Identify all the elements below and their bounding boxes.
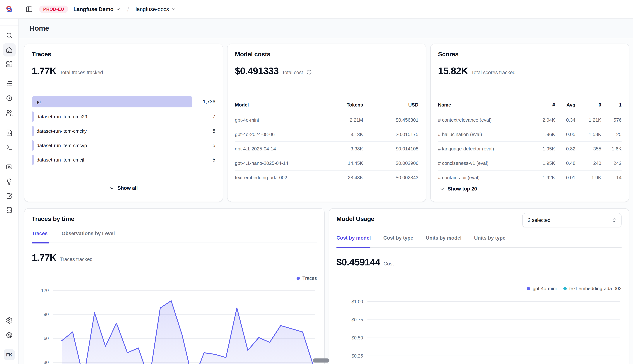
sidebar-item-prompts[interactable] xyxy=(5,128,14,137)
usd: $0.015175 xyxy=(363,132,418,137)
legend-item[interactable]: Traces xyxy=(297,276,317,281)
environment-badge[interactable]: PROD-EU xyxy=(39,6,68,13)
table-row[interactable]: # contains-pii (eval) 1.92K 0.01 1.9K 14 xyxy=(438,170,621,184)
traces-total-label: Total traces tracked xyxy=(60,70,103,76)
column-header[interactable]: # xyxy=(533,102,555,108)
sidebar-item-playground[interactable] xyxy=(5,143,14,152)
page-title: Home xyxy=(30,24,49,32)
bar-value: 5 xyxy=(213,143,215,148)
sidebar-item-dashboards[interactable] xyxy=(5,60,14,69)
column-header[interactable]: Model xyxy=(235,102,308,108)
chart-legend: Traces xyxy=(297,276,317,281)
top-bar: PROD-EU Langfuse Demo / langfuse-docs xyxy=(0,0,633,19)
sidebar-item-evaluation[interactable] xyxy=(5,177,14,186)
table-row[interactable]: # hallucination (eval) 1.96K 0.05 1.58K … xyxy=(438,127,621,142)
model-costs-table: Model Tokens USD gpt-4o-mini 2.21M $0.45… xyxy=(235,100,418,184)
avatar[interactable]: FK xyxy=(4,349,15,360)
tab-observations-by-level[interactable]: Observations by Level xyxy=(62,231,115,236)
sidebar-item-home[interactable] xyxy=(5,46,14,54)
bar xyxy=(32,96,192,108)
model-costs-card: Model costs $0.491333 Total cost Model T… xyxy=(227,44,426,202)
table-row[interactable]: # conciseness-v1 (eval) 1.95K 0.48 240 2… xyxy=(438,156,621,170)
square-percent-icon xyxy=(6,163,13,170)
bar-label: dataset-run-item-cmcjf xyxy=(37,157,84,163)
info-icon[interactable] xyxy=(306,70,312,75)
sidebar-toggle-button[interactable] xyxy=(24,4,34,14)
langfuse-logo[interactable] xyxy=(0,0,19,18)
table-row[interactable]: # contextrelevance (eval) 2.04K 0.34 1.2… xyxy=(438,113,621,127)
model-name: gpt-4.1-2025-04-14 xyxy=(235,146,308,152)
traces-bar-list: qa 1,736 dataset-run-item-cmc29 7 datase… xyxy=(32,96,215,165)
sidebar-item-datasets[interactable] xyxy=(5,206,14,214)
sidebar-item-tracing[interactable] xyxy=(5,79,14,88)
main-content: Home Traces 1.77K Total traces tracked q… xyxy=(19,18,633,364)
table-row[interactable]: gpt-4o-2024-08-06 3.13K $0.015175 xyxy=(235,127,418,142)
model-usage-card: Model Usage 2 selected Cost by model Cos… xyxy=(329,208,629,364)
bar-label: dataset-run-item-cmcvp xyxy=(37,143,87,148)
active-tab-indicator xyxy=(32,242,49,244)
column-header[interactable]: Name xyxy=(438,102,533,108)
show-top-20-button[interactable]: Show top 20 xyxy=(439,186,477,192)
list-item[interactable]: dataset-run-item-cmcvp 5 xyxy=(32,140,215,150)
sidebar-item-support[interactable] xyxy=(5,331,14,340)
column-header[interactable]: 1 xyxy=(601,102,621,108)
tab-units-by-type[interactable]: Units by type xyxy=(474,235,506,241)
tab-units-by-model[interactable]: Units by model xyxy=(426,235,462,241)
model-name: gpt-4o-2024-08-06 xyxy=(235,132,308,137)
file-code-icon xyxy=(6,130,13,136)
traces-area-chart: 120 90 60 30 xyxy=(32,284,317,364)
sidebar-item-scores[interactable] xyxy=(5,162,14,171)
legend-item[interactable]: gpt-4o-mini xyxy=(527,286,557,292)
model-filter-select[interactable]: 2 selected xyxy=(522,213,621,228)
legend-item[interactable]: text-embedding-ada-002 xyxy=(563,286,621,292)
column-header[interactable]: Tokens xyxy=(308,102,363,108)
show-all-button[interactable]: Show all xyxy=(24,185,223,191)
y-tick: 30 xyxy=(44,360,49,364)
bar-value: 5 xyxy=(213,157,215,163)
table-row[interactable]: text-embedding-ada-002 28.43K $0.002843 xyxy=(235,170,418,184)
legend-dot xyxy=(527,287,530,290)
column-header[interactable]: 0 xyxy=(575,102,601,108)
list-item[interactable]: qa 1,736 xyxy=(32,96,215,108)
zero-count: 240 xyxy=(575,160,601,166)
table-row[interactable]: gpt-4.1-nano-2025-04-14 14.45K $0.002906 xyxy=(235,156,418,170)
table-row[interactable]: gpt-4.1-2025-04-14 3.38K $0.014108 xyxy=(235,142,418,156)
project-switcher[interactable]: langfuse-docs xyxy=(136,6,176,12)
bar xyxy=(32,140,34,150)
y-tick: 120 xyxy=(41,288,49,293)
total-cost-label: Total cost xyxy=(282,70,303,76)
sidebar-item-sessions[interactable] xyxy=(5,94,14,103)
column-header[interactable]: USD xyxy=(363,102,418,108)
avg: 0.34 xyxy=(555,117,575,123)
horizontal-scrollbar-thumb[interactable] xyxy=(313,358,329,362)
count: 1.96K xyxy=(533,132,555,137)
table-row[interactable]: # language-detector (eval) 1.95K 0.82 35… xyxy=(438,142,621,156)
tokens: 2.21M xyxy=(308,117,363,123)
tab-cost-by-model[interactable]: Cost by model xyxy=(336,235,371,241)
y-tick: $0.75 xyxy=(351,317,363,322)
sidebar-item-settings[interactable] xyxy=(5,316,14,325)
sidebar-item-users[interactable] xyxy=(5,108,14,118)
tab-traces[interactable]: Traces xyxy=(32,231,48,236)
sidebar-item-search[interactable] xyxy=(5,31,14,40)
sidebar-rail: FK xyxy=(0,18,19,364)
list-item[interactable]: dataset-run-item-cmcjf 5 xyxy=(32,155,215,165)
org-switcher[interactable]: Langfuse Demo xyxy=(73,6,121,12)
usage-cost-label: Cost xyxy=(384,261,394,267)
list-item[interactable]: dataset-run-item-cmcky 5 xyxy=(32,126,215,136)
traces-total: 1.77K xyxy=(32,65,57,76)
bar xyxy=(32,126,34,136)
users-icon xyxy=(6,110,13,116)
total-cost: $0.491333 xyxy=(235,65,279,76)
y-tick: 90 xyxy=(44,312,49,317)
tab-cost-by-type[interactable]: Cost by type xyxy=(383,235,413,241)
one-count: 25 xyxy=(601,132,621,137)
list-item[interactable]: dataset-run-item-cmc29 7 xyxy=(32,112,215,122)
table-row[interactable]: gpt-4o-mini 2.21M $0.456301 xyxy=(235,113,418,127)
legend-label: Traces xyxy=(302,276,317,281)
breadcrumb-separator: / xyxy=(127,6,129,13)
sidebar-item-annotation[interactable] xyxy=(5,192,14,200)
column-header[interactable]: Avg xyxy=(555,102,575,108)
avg: 0.82 xyxy=(555,146,575,152)
legend-label: text-embedding-ada-002 xyxy=(569,286,621,292)
